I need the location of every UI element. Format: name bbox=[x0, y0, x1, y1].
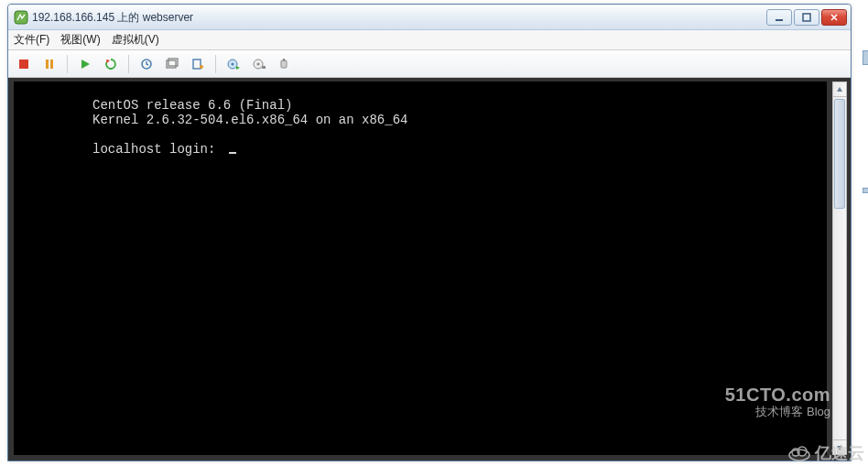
svg-point-17 bbox=[257, 62, 260, 65]
snapshot-button[interactable] bbox=[136, 54, 157, 74]
minimize-button[interactable] bbox=[766, 9, 792, 26]
menu-view[interactable]: 视图(W) bbox=[60, 32, 100, 48]
stop-button[interactable] bbox=[14, 54, 34, 74]
menu-vm[interactable]: 虚拟机(V) bbox=[112, 32, 159, 48]
toolbar bbox=[8, 50, 851, 78]
toolbar-separator bbox=[215, 55, 216, 73]
settings-button[interactable] bbox=[188, 54, 208, 74]
svg-marker-7 bbox=[106, 60, 110, 63]
scroll-thumb[interactable] bbox=[834, 99, 845, 209]
toolbar-separator bbox=[128, 55, 129, 73]
scroll-down-icon[interactable] bbox=[833, 439, 846, 454]
svg-rect-20 bbox=[283, 59, 285, 61]
snapshot-manager-button[interactable] bbox=[162, 54, 182, 74]
console-area: CentOS release 6.6 (Final) Kernel 2.6.32… bbox=[8, 78, 851, 461]
svg-rect-5 bbox=[50, 60, 53, 69]
svg-rect-19 bbox=[281, 60, 287, 68]
right-edge-handle bbox=[863, 188, 868, 193]
pause-button[interactable] bbox=[39, 54, 60, 74]
login-prompt: localhost login: bbox=[92, 142, 223, 157]
restart-button[interactable] bbox=[101, 54, 121, 74]
titlebar: 192.168.166.145 上的 webserver bbox=[8, 5, 851, 30]
play-button[interactable] bbox=[75, 54, 95, 74]
cursor-icon bbox=[229, 152, 236, 154]
svg-rect-1 bbox=[776, 19, 783, 21]
toolbar-separator bbox=[67, 55, 68, 73]
svg-rect-2 bbox=[803, 14, 810, 21]
svg-marker-15 bbox=[236, 66, 240, 70]
connect-usb-button[interactable] bbox=[275, 54, 295, 74]
svg-point-14 bbox=[232, 62, 234, 65]
window-controls bbox=[766, 9, 847, 26]
menu-file[interactable]: 文件(F) bbox=[14, 32, 49, 48]
maximize-button[interactable] bbox=[794, 9, 819, 26]
menubar: 文件(F) 视图(W) 虚拟机(V) bbox=[8, 30, 851, 50]
connect-floppy-button[interactable] bbox=[249, 54, 269, 74]
svg-marker-22 bbox=[837, 446, 842, 450]
app-window: 192.168.166.145 上的 webserver 文件(F) 视图(W)… bbox=[7, 4, 852, 461]
svg-marker-6 bbox=[81, 60, 90, 69]
svg-rect-4 bbox=[46, 60, 49, 69]
connect-cd-button[interactable] bbox=[223, 54, 244, 74]
console-line: CentOS release 6.6 (Final) bbox=[92, 98, 292, 113]
scroll-up-icon[interactable] bbox=[833, 82, 846, 97]
app-icon bbox=[14, 10, 28, 25]
window-title: 192.168.166.145 上的 webserver bbox=[32, 5, 766, 30]
terminal[interactable]: CentOS release 6.6 (Final) Kernel 2.6.32… bbox=[14, 81, 827, 455]
close-button[interactable] bbox=[821, 9, 847, 26]
console-line: Kernel 2.6.32-504.el6.x86_64 on an x86_6… bbox=[92, 113, 407, 127]
right-edge-handle bbox=[863, 50, 868, 65]
svg-marker-21 bbox=[837, 87, 842, 92]
svg-point-12 bbox=[200, 65, 203, 69]
vertical-scrollbar[interactable] bbox=[832, 81, 847, 455]
svg-rect-18 bbox=[262, 66, 266, 69]
svg-rect-11 bbox=[193, 60, 201, 69]
svg-rect-3 bbox=[19, 60, 28, 69]
